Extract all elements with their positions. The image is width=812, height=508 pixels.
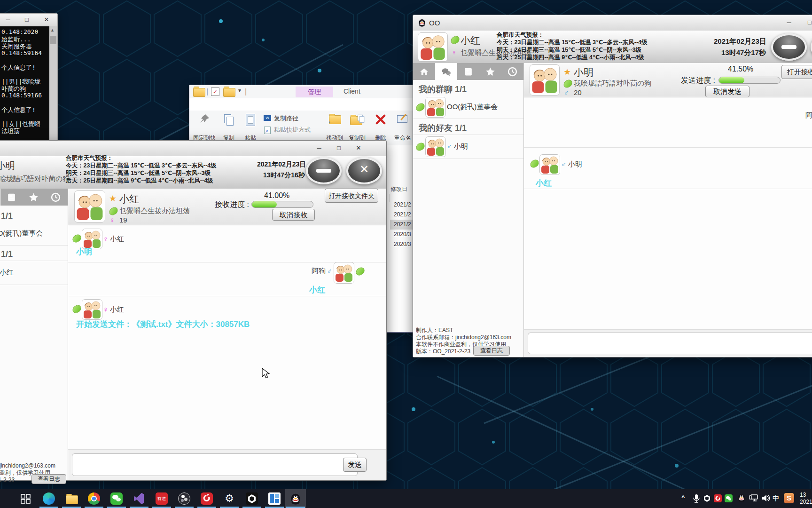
console-line: 0.148:59164 bbox=[1, 49, 42, 56]
open-receive-folder-button[interactable]: 打开接收文件夹 bbox=[325, 189, 378, 203]
pin-to-quick-button[interactable]: 固定到快 bbox=[191, 111, 218, 143]
rename-button[interactable]: 重命名 bbox=[391, 111, 414, 143]
microphone-icon[interactable] bbox=[693, 494, 700, 503]
start-button-icon[interactable] bbox=[20, 492, 32, 505]
message-avatar[interactable] bbox=[334, 262, 354, 284]
weather-tomorrow: 明天：24日星期三--高温 15℃--低温 5℃--阴--东风--3级 bbox=[497, 46, 648, 54]
paste-shortcut-button[interactable]: ↗ 粘贴快捷方式 bbox=[264, 126, 325, 135]
console-line: ||男||我哙垅 bbox=[1, 78, 42, 85]
tray-netease-icon[interactable] bbox=[714, 494, 722, 502]
oo-app-active-slot[interactable] bbox=[285, 489, 306, 508]
volume-icon[interactable] bbox=[761, 494, 771, 502]
console-minimize-button[interactable]: ─ bbox=[0, 14, 16, 25]
qat-check-icon[interactable]: ✓ bbox=[211, 87, 219, 96]
message-gender-icon: ♂ bbox=[561, 160, 566, 168]
open-receive-folder-button[interactable]: 打开接收文件夹 bbox=[781, 65, 812, 79]
copy-to-button[interactable]: 复制到 bbox=[346, 111, 368, 143]
right-titlebar[interactable]: OO ─ □ bbox=[413, 15, 812, 31]
tab-history[interactable] bbox=[501, 63, 523, 80]
right-message-area[interactable]: 阿狗 ♂ ♂ 小明 小红 bbox=[524, 97, 812, 330]
group-item[interactable]: OO(毿卂)董事会 bbox=[0, 222, 68, 245]
message-avatar[interactable] bbox=[539, 154, 560, 175]
sidebar-tabbar bbox=[0, 189, 68, 206]
manage-contextual-tab[interactable]: 管理 bbox=[296, 87, 333, 97]
sidebar-tabbar bbox=[413, 63, 523, 80]
qat-folder2-icon[interactable] bbox=[223, 88, 235, 97]
tab-home[interactable] bbox=[413, 63, 435, 80]
visual-studio-icon[interactable] bbox=[133, 492, 145, 505]
tab-favorites[interactable] bbox=[23, 189, 45, 206]
maximize-button[interactable]: □ bbox=[330, 143, 347, 154]
big-minimize-button[interactable] bbox=[771, 33, 807, 61]
tab-contacts[interactable] bbox=[457, 63, 479, 80]
peer-avatar[interactable] bbox=[530, 64, 560, 95]
qat-dropdown-icon[interactable]: ▼ bbox=[237, 88, 242, 93]
sogou-icon[interactable]: S bbox=[784, 493, 794, 503]
view-log-button[interactable]: 查看日志 bbox=[31, 474, 66, 484]
group-item[interactable]: OO(毿卂)董事会 bbox=[413, 96, 523, 119]
close-button[interactable]: ✕ bbox=[350, 143, 367, 154]
message-input[interactable] bbox=[528, 333, 812, 354]
tab-history[interactable] bbox=[45, 189, 67, 206]
peer-gender-icon: ♀ bbox=[109, 216, 115, 224]
cancel-send-button[interactable]: 取消发送 bbox=[705, 86, 750, 97]
cancel-receive-button[interactable]: 取消接收 bbox=[272, 209, 315, 221]
qat-folder-icon[interactable] bbox=[193, 88, 205, 97]
message-input[interactable] bbox=[72, 453, 358, 476]
peer-name: 小红 bbox=[119, 192, 139, 206]
paste-shortcut-icon: ↗ bbox=[264, 127, 271, 134]
console-line: ||女||乜覺嘚 bbox=[1, 120, 42, 127]
obs-icon[interactable] bbox=[178, 492, 190, 505]
big-minimize-button[interactable] bbox=[306, 157, 342, 184]
scrollbar-thumb[interactable] bbox=[50, 36, 56, 44]
tray-unity-icon[interactable] bbox=[703, 494, 711, 502]
left-message-area[interactable]: ♀ 小红 小明 阿狗 ♂ 小红 ♀ 小红 开始发送文件：《测试.txt》文件大小… bbox=[68, 225, 386, 450]
netease-music-icon[interactable] bbox=[201, 492, 213, 505]
copy-path-button[interactable]: W 复制路径 bbox=[264, 114, 320, 124]
tab-chats[interactable] bbox=[435, 63, 457, 80]
network-icon[interactable] bbox=[749, 494, 758, 502]
maximize-button[interactable]: □ bbox=[801, 17, 812, 28]
peer-avatar[interactable] bbox=[74, 190, 105, 222]
wechat-icon[interactable] bbox=[110, 492, 123, 505]
edge-icon[interactable] bbox=[43, 492, 55, 505]
friend-item[interactable]: ♀ 小红 bbox=[0, 261, 68, 285]
delete-button[interactable]: 删除 bbox=[371, 111, 390, 143]
tab-contacts[interactable] bbox=[0, 189, 23, 206]
tray-wechat-icon[interactable] bbox=[725, 494, 733, 502]
friend-avatar[interactable] bbox=[425, 136, 446, 157]
friend-name[interactable]: 小明 bbox=[454, 142, 468, 151]
taskbar-clock[interactable]: 13 2021 bbox=[800, 492, 812, 506]
youdao-icon[interactable]: 有道 bbox=[156, 492, 168, 505]
console-maximize-button[interactable]: □ bbox=[18, 14, 35, 25]
chrome-icon[interactable] bbox=[88, 492, 100, 505]
minimize-button[interactable]: ─ bbox=[311, 143, 328, 154]
big-close-button[interactable]: ✕ bbox=[346, 157, 382, 184]
console-close-button[interactable]: ✕ bbox=[38, 14, 55, 25]
friend-item[interactable]: ♂ 小明 bbox=[413, 135, 523, 159]
console-titlebar[interactable]: ─ □ ✕ bbox=[0, 14, 57, 27]
send-button[interactable]: 发送 bbox=[343, 458, 367, 472]
tray-qq-penguin-icon[interactable] bbox=[737, 493, 746, 503]
console-scrollbar[interactable]: ▲ bbox=[49, 26, 57, 142]
message-avatar[interactable] bbox=[82, 299, 102, 320]
group-avatar[interactable] bbox=[425, 97, 446, 118]
settings-gear-icon[interactable]: ⚙ bbox=[223, 492, 235, 505]
group-name[interactable]: OO(毿卂)董事会 bbox=[0, 229, 43, 238]
view-log-button[interactable]: 查看日志 bbox=[473, 346, 510, 356]
blue-window-app-icon[interactable] bbox=[268, 492, 281, 505]
scroll-up-icon[interactable]: ▲ bbox=[50, 28, 55, 32]
tray-expand-icon[interactable]: ^ bbox=[681, 494, 685, 501]
ime-indicator[interactable]: 中 bbox=[773, 494, 780, 503]
group-name[interactable]: OO(毿卂)董事会 bbox=[447, 103, 498, 111]
file-explorer-icon[interactable] bbox=[66, 495, 78, 504]
self-avatar[interactable] bbox=[418, 32, 448, 62]
message-gender-icon: ♀ bbox=[103, 235, 108, 243]
move-to-button[interactable]: ← 移动到 bbox=[324, 111, 345, 143]
paste-button[interactable]: 粘贴 bbox=[240, 111, 261, 143]
unity-icon[interactable] bbox=[246, 492, 258, 505]
copy-button[interactable]: 复制 bbox=[219, 111, 239, 143]
minimize-button[interactable]: ─ bbox=[781, 17, 797, 28]
tab-favorites[interactable] bbox=[479, 63, 501, 80]
friend-name[interactable]: 小红 bbox=[0, 268, 14, 277]
